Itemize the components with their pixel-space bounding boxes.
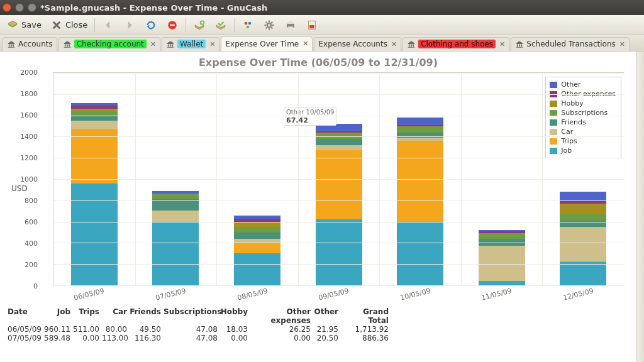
- pdf-icon: [306, 19, 318, 31]
- bar-segment-subscriptions[interactable]: [234, 227, 280, 232]
- bar-column[interactable]: [234, 216, 280, 285]
- chart-legend: OtherOther expensesHobbySubscriptionsFri…: [545, 77, 621, 158]
- bar-column[interactable]: [152, 191, 199, 285]
- y-tick-label: 2000: [20, 69, 38, 77]
- bar-column[interactable]: [560, 192, 606, 285]
- tab-close-icon[interactable]: ✕: [303, 40, 308, 48]
- th-job: Job: [43, 307, 73, 325]
- report-options-button[interactable]: [238, 18, 258, 33]
- bar-segment-subscriptions[interactable]: [71, 111, 118, 116]
- bar-column[interactable]: [71, 103, 118, 285]
- bar-segment-trips[interactable]: [234, 243, 280, 253]
- bar-segment-friends[interactable]: [316, 139, 362, 145]
- legend-label: Job: [561, 146, 572, 155]
- bar-segment-other[interactable]: [560, 192, 606, 200]
- x-tick-label: 07/05/09: [155, 287, 187, 302]
- chart: USD 020040060080010001200140016001800200…: [11, 72, 624, 305]
- bar-segment-subscriptions[interactable]: [479, 233, 525, 238]
- print-button[interactable]: [280, 18, 301, 33]
- save-report-button[interactable]: [211, 18, 231, 33]
- window-maximize-button[interactable]: [28, 3, 36, 12]
- th-oexp: Other expenses: [250, 307, 313, 325]
- bar-segment-subscriptions[interactable]: [397, 127, 443, 132]
- save-button[interactable]: Save: [3, 18, 45, 33]
- bar-segment-trips[interactable]: [397, 141, 443, 222]
- bar-column[interactable]: [316, 124, 362, 285]
- bar-segment-job[interactable]: [479, 281, 525, 285]
- th-trips: Trips: [73, 307, 102, 325]
- y-tick-label: 400: [25, 239, 38, 248]
- bar-segment-job[interactable]: [316, 219, 362, 285]
- bar-segment-friends[interactable]: [234, 233, 280, 239]
- bar-segment-car[interactable]: [316, 145, 362, 150]
- y-axis: 0200400600800100012001400160018002000: [11, 72, 40, 286]
- legend-swatch: [550, 101, 557, 107]
- close-button[interactable]: Close: [47, 18, 91, 33]
- plot-area[interactable]: Other 10/05/09 67.42 OtherOther expenses…: [53, 72, 624, 286]
- legend-item[interactable]: Car: [550, 127, 616, 136]
- vertical-scrollbar[interactable]: [636, 52, 644, 362]
- window-titlebar: *Sample.gnucash - Expense Over Time - Gn…: [0, 0, 644, 15]
- stop-button[interactable]: [162, 18, 182, 33]
- bar-segment-car[interactable]: [71, 121, 118, 129]
- tab-label: Checking account: [74, 40, 147, 48]
- tab-wallet[interactable]: Wallet ✕: [162, 37, 219, 51]
- tab-close-icon[interactable]: ✕: [209, 40, 215, 48]
- x-tick-label: 12/05/09: [562, 287, 594, 302]
- tab-checking-account[interactable]: Checking account ✕: [58, 37, 160, 51]
- tab-scheduled-transactions[interactable]: Scheduled Transactions ✕: [511, 37, 630, 51]
- export-pdf-button[interactable]: [302, 18, 322, 33]
- bar-segment-job[interactable]: [397, 222, 443, 285]
- x-tick-label: 06/05/09: [73, 287, 105, 302]
- bar-segment-hobby[interactable]: [560, 204, 606, 214]
- nav-forward-button[interactable]: [119, 18, 140, 33]
- stop-icon: [166, 19, 179, 31]
- bar-segment-job[interactable]: [152, 222, 199, 285]
- legend-item[interactable]: Friends: [550, 118, 616, 127]
- tab-clothing-and-shoes[interactable]: Clothing and shoes ✕: [402, 37, 509, 51]
- bar-segment-subscriptions[interactable]: [560, 214, 606, 221]
- svg-rect-11: [310, 25, 315, 28]
- nav-back-button[interactable]: [98, 18, 118, 33]
- window-minimize-button[interactable]: [15, 3, 24, 12]
- legend-item[interactable]: Trips: [550, 136, 616, 146]
- tab-expense-accounts[interactable]: Expense Accounts ✕: [314, 37, 401, 51]
- bar-segment-job[interactable]: [234, 253, 280, 285]
- toolbar-separator: [186, 18, 186, 32]
- bar-segment-other[interactable]: [316, 124, 362, 131]
- bar-segment-other[interactable]: [397, 118, 443, 124]
- tab-accounts[interactable]: Accounts: [3, 37, 57, 51]
- bar-segment-job[interactable]: [71, 184, 118, 285]
- svg-point-4: [248, 21, 252, 25]
- tab-label: Clothing and shoes: [418, 40, 496, 48]
- legend-item[interactable]: Job: [550, 146, 616, 155]
- bar-segment-trips[interactable]: [316, 150, 362, 219]
- y-tick-label: 0: [33, 282, 38, 290]
- bar-segment-car[interactable]: [152, 211, 199, 222]
- reload-button[interactable]: [141, 18, 161, 33]
- add-report-button[interactable]: [189, 18, 209, 33]
- legend-item[interactable]: Subscriptions: [550, 108, 616, 118]
- settings-button[interactable]: [259, 18, 279, 33]
- legend-item[interactable]: Hobby: [550, 99, 616, 108]
- bar-segment-car[interactable]: [560, 227, 606, 261]
- bar-segment-subscriptions[interactable]: [152, 194, 199, 199]
- bar-segment-friends[interactable]: [71, 116, 118, 121]
- tab-close-icon[interactable]: ✕: [150, 40, 156, 48]
- bar-segment-hobby[interactable]: [234, 222, 280, 227]
- tab-close-icon[interactable]: ✕: [499, 40, 505, 48]
- chart-title: Expense Over Time (06/05/09 to 12/31/09): [0, 57, 636, 69]
- legend-swatch: [550, 138, 557, 145]
- bar-column[interactable]: [479, 230, 525, 285]
- svg-point-6: [267, 23, 271, 27]
- legend-item[interactable]: Other: [550, 80, 616, 89]
- bank-icon: [166, 40, 175, 48]
- tab-expense-over-time[interactable]: Expense Over Time ✕: [221, 36, 313, 51]
- legend-label: Friends: [561, 118, 586, 127]
- bar-column[interactable]: [397, 118, 443, 285]
- bar-segment-job[interactable]: [560, 262, 606, 285]
- tab-close-icon[interactable]: ✕: [391, 40, 397, 48]
- window-close-button[interactable]: [3, 3, 11, 12]
- legend-label: Hobby: [561, 99, 583, 108]
- tab-close-icon[interactable]: ✕: [619, 40, 625, 48]
